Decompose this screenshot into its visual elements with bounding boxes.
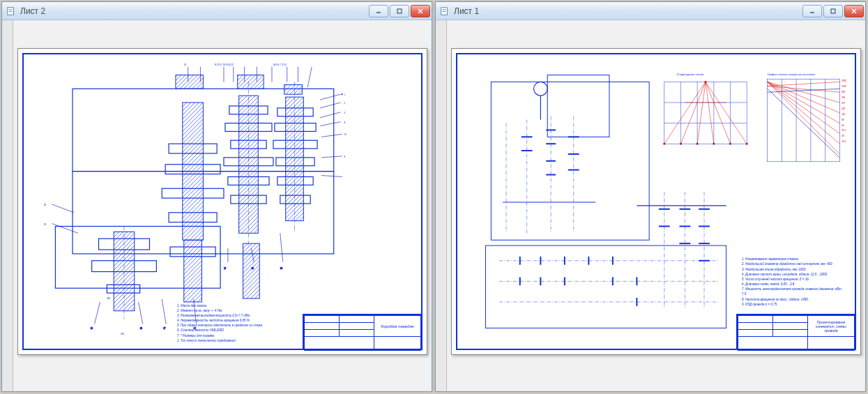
svg-rect-94 <box>831 9 835 13</box>
title-block: Проектирование кинематич. схемы привода <box>736 314 855 349</box>
svg-line-86 <box>280 233 283 262</box>
minimize-button[interactable] <box>369 5 388 17</box>
svg-text:50: 50 <box>842 124 844 127</box>
svg-rect-41 <box>243 243 260 298</box>
svg-rect-98 <box>547 75 609 137</box>
svg-line-154 <box>706 82 714 144</box>
svg-text:График частот вращения шпиндел: График частот вращения шпинделя <box>768 73 816 76</box>
svg-text:315: 315 <box>842 102 845 105</box>
doc-icon <box>440 6 450 16</box>
window-content: 1 2 3 4 10 8 2 <box>2 20 432 391</box>
window-sheet-2: Лист 2 <box>1 1 432 392</box>
titlebar[interactable]: Лист 2 <box>2 2 432 20</box>
window-title: Лист 1 <box>454 6 802 16</box>
close-button[interactable] <box>411 5 430 17</box>
paper: Структурная сетка <box>451 48 861 355</box>
svg-text:22: 22 <box>183 63 187 66</box>
svg-text:3: 3 <box>344 112 346 114</box>
svg-text:28: 28 <box>43 204 47 206</box>
svg-text:Структурная сетка: Структурная сетка <box>677 73 704 76</box>
svg-rect-11 <box>176 75 203 89</box>
svg-text:800: 800 <box>842 91 845 93</box>
svg-text:8: 8 <box>344 156 346 158</box>
svg-rect-12 <box>238 75 264 89</box>
svg-rect-91 <box>443 9 446 10</box>
svg-line-73 <box>52 224 77 234</box>
svg-point-163 <box>729 143 731 145</box>
svg-point-44 <box>342 93 343 95</box>
svg-point-158 <box>705 81 707 83</box>
svg-text:125: 125 <box>842 113 845 116</box>
svg-point-159 <box>663 143 665 145</box>
svg-rect-39 <box>184 240 202 302</box>
svg-point-99 <box>533 82 547 96</box>
svg-text:13: 13 <box>91 327 93 330</box>
svg-line-49 <box>321 156 342 158</box>
svg-rect-115 <box>485 245 726 328</box>
svg-text:26: 26 <box>280 267 283 270</box>
window-content: Структурная сетка <box>436 20 865 391</box>
svg-point-162 <box>713 143 715 145</box>
drawing-canvas[interactable]: Структурная сетка <box>447 20 865 391</box>
svg-text:1: 1 <box>344 93 346 96</box>
svg-line-45 <box>320 103 341 108</box>
svg-line-78 <box>162 299 166 324</box>
svg-line-71 <box>52 204 74 213</box>
drawing-canvas[interactable]: 1 2 3 4 10 8 2 <box>13 20 432 391</box>
svg-line-66 <box>307 67 312 88</box>
svg-text:12: 12 <box>224 267 227 270</box>
svg-text:29: 29 <box>43 223 47 226</box>
svg-text:20: 20 <box>841 135 844 137</box>
close-button[interactable] <box>844 5 864 17</box>
svg-rect-4 <box>397 9 402 13</box>
svg-text:4: 4 <box>344 121 346 124</box>
svg-text:2: 2 <box>344 102 346 105</box>
svg-rect-97 <box>491 82 649 240</box>
svg-text:15  16  17  18  19  20  21: 15 16 17 18 19 20 21 <box>214 63 234 66</box>
svg-rect-14 <box>183 103 204 240</box>
svg-text:1250: 1250 <box>842 85 846 88</box>
titlebar[interactable]: Лист 1 <box>436 2 865 20</box>
svg-text:500: 500 <box>842 96 845 99</box>
svg-line-50 <box>321 176 342 177</box>
svg-text:450: 450 <box>107 297 110 300</box>
window-controls <box>369 5 430 17</box>
svg-line-179 <box>768 89 840 158</box>
svg-line-171 <box>768 82 840 103</box>
window-title: Лист 2 <box>20 6 369 16</box>
window-sheet-1: Лист 1 <box>435 1 866 392</box>
doc-icon <box>6 6 16 16</box>
svg-line-172 <box>768 82 840 112</box>
svg-rect-144 <box>664 82 747 144</box>
svg-point-160 <box>680 143 682 145</box>
minimize-button[interactable] <box>802 5 822 17</box>
svg-line-43 <box>320 94 341 100</box>
svg-line-152 <box>680 82 705 144</box>
svg-line-176 <box>768 82 840 154</box>
svg-text:24  5   6   7   11  25: 24 5 6 7 11 25 <box>273 63 287 66</box>
svg-text:80: 80 <box>842 119 844 121</box>
ruler-vertical <box>436 20 447 391</box>
svg-text:565: 565 <box>121 333 124 335</box>
technical-notes: 1. Масса без смазки. 2. Момент на вх. ва… <box>177 303 296 344</box>
maximize-button[interactable] <box>390 5 409 17</box>
svg-rect-1 <box>9 9 13 10</box>
svg-text:12.5: 12.5 <box>842 140 846 143</box>
svg-text:2000: 2000 <box>841 79 846 82</box>
svg-text:14: 14 <box>251 267 254 270</box>
svg-line-174 <box>768 82 840 133</box>
ruler-vertical <box>2 20 13 391</box>
svg-text:200: 200 <box>841 107 845 110</box>
maximize-button[interactable] <box>823 5 843 17</box>
svg-line-177 <box>768 82 840 86</box>
svg-line-48 <box>321 134 342 137</box>
svg-line-47 <box>320 122 341 126</box>
svg-line-173 <box>768 82 840 123</box>
svg-line-74 <box>95 302 100 324</box>
svg-line-156 <box>706 82 747 144</box>
svg-line-155 <box>706 82 730 144</box>
svg-line-76 <box>139 302 143 324</box>
svg-point-164 <box>746 143 748 145</box>
svg-text:26: 26 <box>139 327 143 330</box>
svg-rect-2 <box>9 11 13 12</box>
